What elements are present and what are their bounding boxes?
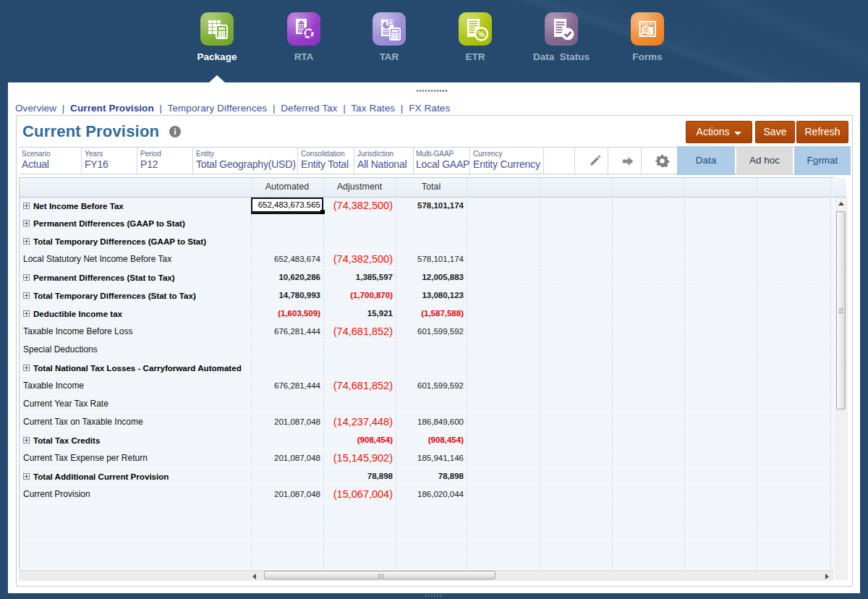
svg-text:%: % — [478, 30, 485, 38]
